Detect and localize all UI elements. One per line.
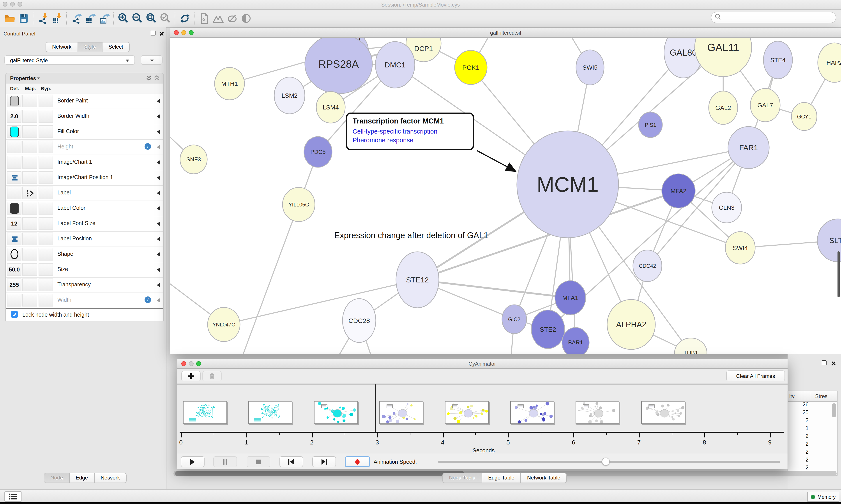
network-node-hap2[interactable]: HAP2	[818, 43, 841, 82]
network-node-alpha2[interactable]: ALPHA2	[607, 300, 655, 349]
network-node-cdc42[interactable]: CDC42	[633, 250, 662, 282]
delete-frame-button[interactable]	[202, 371, 222, 381]
style-options-dropdown-button[interactable]	[141, 55, 162, 65]
property-row-transparency[interactable]: 255Transparency	[6, 277, 163, 293]
tab-edge[interactable]: Edge	[69, 473, 94, 483]
table-row[interactable]: 2	[788, 441, 831, 449]
record-button[interactable]	[345, 456, 370, 467]
property-row-border-width[interactable]: 2.0Border Width	[6, 109, 163, 124]
collapse-all-icon[interactable]	[154, 75, 160, 83]
network-overview-icon[interactable]	[211, 12, 225, 25]
hide-graphics-details-icon[interactable]	[225, 12, 239, 25]
network-node-rps28a[interactable]: RPS28A	[305, 38, 372, 94]
pause-button[interactable]	[213, 456, 237, 467]
zoom-selected-icon[interactable]	[159, 12, 173, 25]
network-node-swi5[interactable]: SWI5	[576, 50, 604, 85]
network-node-mth1[interactable]: MTH1	[215, 68, 245, 100]
style-select-dropdown[interactable]: galFiltered Style	[4, 55, 135, 65]
save-session-icon[interactable]	[17, 12, 31, 25]
show-graphics-details-icon[interactable]	[239, 12, 253, 25]
property-row-shape[interactable]: Shape	[6, 247, 163, 262]
scrollbar-thumb[interactable]	[175, 471, 464, 476]
network-edge[interactable]	[224, 280, 417, 324]
network-window-titlebar[interactable]: galFiltered.sif	[171, 28, 841, 38]
export-table-icon[interactable]	[83, 12, 97, 25]
network-node-mfa1[interactable]: MFA1	[555, 281, 586, 315]
properties-header[interactable]: Properties	[6, 73, 163, 84]
open-session-file-icon[interactable]	[197, 12, 211, 25]
import-network-icon[interactable]	[36, 12, 50, 25]
animation-frame-1s[interactable]	[249, 401, 292, 424]
slider-knob[interactable]	[602, 457, 609, 466]
task-history-button[interactable]	[4, 491, 22, 502]
stop-button[interactable]	[247, 456, 270, 467]
search-input[interactable]	[721, 14, 828, 21]
refresh-view-icon[interactable]	[178, 12, 192, 25]
add-frame-button[interactable]	[181, 371, 201, 381]
table-row[interactable]: 26	[788, 401, 831, 410]
table-row[interactable]: 1	[788, 425, 831, 433]
export-network-icon[interactable]	[69, 12, 83, 25]
network-node-pis1[interactable]: PIS1	[639, 112, 662, 138]
memory-button[interactable]: Memory	[807, 492, 839, 502]
network-node-swi4[interactable]: SWI4	[726, 232, 755, 264]
open-session-folder-icon[interactable]	[3, 12, 17, 25]
close-panel-icon[interactable]	[831, 360, 836, 368]
tab-network-bottom[interactable]: Network	[94, 473, 126, 483]
property-row-image-chart-position-1[interactable]: Image/Chart Position 1	[6, 170, 163, 186]
network-node-bar1[interactable]: BAR1	[562, 327, 589, 354]
network-node-dmc1[interactable]: DMC1	[375, 41, 415, 88]
animation-frame-7s[interactable]	[641, 401, 685, 424]
property-row-border-paint[interactable]: Border Paint	[6, 94, 163, 109]
network-node-lsm2[interactable]: LSM2	[274, 77, 305, 114]
property-row-label-font-size[interactable]: 12Label Font Size	[6, 216, 163, 232]
property-row-label[interactable]: Label	[6, 186, 163, 201]
table-row[interactable]: 2	[788, 449, 831, 457]
animation-frame-5s[interactable]	[510, 401, 554, 424]
expand-all-icon[interactable]	[146, 75, 152, 83]
network-canvas[interactable]: RPS28BDCP1RPS28ADMC1PCK1MTH1LSM2LSM4SNF3…	[171, 38, 841, 354]
network-node-ste2[interactable]: STE2	[531, 310, 565, 348]
annotation-box[interactable]: Transcription factor MCM1 Cell-type-spec…	[346, 112, 474, 150]
lock-node-size-checkbox[interactable]	[11, 311, 18, 318]
timeline-playhead[interactable]	[375, 384, 376, 432]
property-row-size[interactable]: 50.0Size	[6, 262, 163, 277]
export-image-icon[interactable]	[97, 12, 111, 25]
zoom-out-icon[interactable]	[130, 12, 145, 25]
tab-style[interactable]: Style	[78, 42, 102, 52]
network-node-lsm4[interactable]: LSM4	[316, 91, 345, 123]
close-panel-icon[interactable]	[159, 30, 164, 38]
skip-start-button[interactable]	[280, 456, 303, 467]
property-row-label-position[interactable]: Label Position	[6, 232, 163, 247]
table-vertical-scrollbar[interactable]	[832, 403, 836, 417]
play-button[interactable]	[181, 456, 204, 467]
network-node-mfa2[interactable]: MFA2	[662, 174, 695, 208]
animation-frame-6s[interactable]	[576, 401, 620, 424]
property-row-height[interactable]: Heighti	[6, 140, 163, 155]
cyanimator-titlebar[interactable]: CyAnimator	[177, 359, 788, 369]
tab-node[interactable]: Node	[44, 473, 69, 483]
property-row-fill-color[interactable]: Fill Color	[6, 124, 163, 140]
import-table-icon[interactable]	[50, 12, 64, 25]
animation-speed-slider[interactable]	[438, 461, 780, 463]
tab-edge-table[interactable]: Edge Table	[482, 473, 521, 483]
float-panel-icon[interactable]	[822, 360, 826, 365]
table-row[interactable]: 25	[788, 410, 831, 417]
annotation-link[interactable]: Pheromone response	[353, 136, 467, 145]
property-row-label-color[interactable]: Label Color	[6, 201, 163, 216]
network-node-gic2[interactable]: GIC2	[502, 305, 526, 334]
network-node-ste12[interactable]: STE12	[396, 252, 439, 308]
animation-frame-3s[interactable]	[379, 401, 423, 424]
table-row[interactable]: 2	[788, 433, 831, 441]
network-node-tub1[interactable]: TUB1	[675, 338, 707, 354]
network-node-mcm1[interactable]: MCM1	[517, 131, 619, 238]
skip-end-button[interactable]	[312, 456, 336, 467]
animation-frame-4s[interactable]	[445, 401, 489, 424]
clear-all-frames-button[interactable]: Clear All Frames	[726, 371, 785, 381]
network-node-pck1[interactable]: PCK1	[455, 50, 487, 85]
network-node-gal2[interactable]: GAL2	[709, 91, 738, 124]
node-table-header[interactable]: ity Stres	[788, 391, 837, 401]
animation-frame-2s[interactable]	[314, 401, 358, 424]
network-vertical-scrollbar[interactable]	[838, 251, 840, 297]
zoom-fit-icon[interactable]	[145, 12, 159, 25]
